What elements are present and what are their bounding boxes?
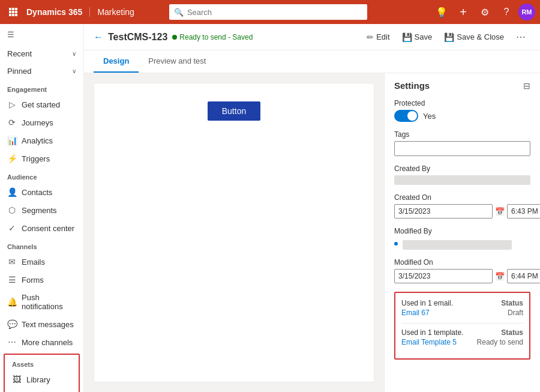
user-avatar[interactable]: RM	[518, 4, 535, 20]
consent-icon: ✓	[7, 223, 17, 233]
sidebar-item-get-started[interactable]: ▷ Get started	[0, 95, 83, 113]
email-usage-text: Used in 1 email.	[401, 299, 453, 307]
modified-date-input[interactable]	[394, 269, 493, 283]
analytics-icon: 📊	[7, 136, 17, 145]
brand-name[interactable]: Dynamics 365	[26, 7, 90, 17]
created-date-input[interactable]	[394, 204, 493, 219]
email-status-label: Status	[501, 299, 523, 307]
toggle-knob	[407, 111, 417, 121]
modified-by-accent-dot	[394, 242, 398, 246]
sidebar-item-pinned[interactable]: Pinned ∨	[0, 62, 83, 80]
save-button[interactable]: 💾 Save	[397, 30, 437, 44]
settings-icon[interactable]: ⚙	[475, 2, 494, 22]
lightbulb-icon[interactable]: 💡	[432, 2, 451, 22]
sidebar-item-recent[interactable]: Recent ∨	[0, 45, 83, 62]
sidebar-item-more-channels[interactable]: ⋯ More channels	[0, 333, 83, 351]
tab-preview-test[interactable]: Preview and test	[139, 50, 215, 73]
sidebar-item-analytics[interactable]: 📊 Analytics	[0, 131, 83, 149]
protected-toggle[interactable]	[394, 110, 418, 122]
more-actions-button[interactable]: ⋯	[511, 29, 530, 45]
settings-collapse-button[interactable]: ⊟	[523, 81, 530, 91]
search-input[interactable]	[187, 8, 362, 17]
sidebar-item-forms[interactable]: ☰ Forms	[0, 271, 83, 289]
svg-rect-3	[9, 11, 11, 13]
tags-field: Tags	[394, 130, 530, 156]
plus-icon[interactable]: +	[454, 2, 473, 22]
created-date-calendar-icon[interactable]: 📅	[495, 207, 505, 216]
tab-design[interactable]: Design	[94, 50, 139, 73]
main-content: ← TestCMS-123 Ready to send - Saved ✏ Ed…	[84, 24, 540, 392]
nav-icons: 💡 + ⚙ ? RM	[432, 2, 535, 22]
template-usage-text: Used in 1 template.	[401, 328, 463, 337]
created-on-row: 📅 🕐	[394, 204, 530, 219]
sidebar-item-emails[interactable]: ✉ Emails	[0, 253, 83, 271]
waffle-menu[interactable]	[5, 4, 22, 20]
svg-rect-8	[15, 14, 17, 16]
help-icon[interactable]: ?	[497, 2, 516, 22]
template-usage-link[interactable]: Email Template 5	[401, 338, 457, 346]
more-channels-icon: ⋯	[7, 337, 17, 347]
svg-rect-1	[12, 8, 14, 10]
record-title: TestCMS-123	[108, 32, 167, 43]
tags-input[interactable]	[394, 141, 530, 156]
settings-panel: Settings ⊟ Protected Yes Tags	[384, 73, 540, 392]
search-bar[interactable]: 🔍	[169, 4, 367, 20]
svg-rect-6	[9, 14, 11, 16]
sidebar-item-consent-center[interactable]: ✓ Consent center	[0, 219, 83, 237]
tabs: Design Preview and test	[84, 50, 540, 73]
sidebar-item-contacts[interactable]: 👤 Contacts	[0, 183, 83, 201]
triggers-icon: ⚡	[7, 154, 17, 163]
sidebar-item-templates[interactable]: 📄 Templates	[5, 388, 79, 392]
settings-title: Settings	[394, 80, 430, 91]
pinned-arrow-icon: ∨	[72, 68, 76, 74]
push-icon: 🔔	[7, 297, 17, 307]
sidebar-menu-icon[interactable]: ☰	[0, 24, 83, 45]
sidebar-item-triggers[interactable]: ⚡ Triggers	[0, 149, 83, 167]
email-usage-row: Used in 1 email. Status Email 67 Draft	[401, 299, 523, 317]
protected-label: Protected	[394, 99, 530, 107]
canvas-area: Button	[84, 73, 384, 392]
created-time-input[interactable]	[507, 204, 540, 219]
edit-button[interactable]: ✏ Edit	[362, 30, 394, 44]
sidebar-item-push-notifications[interactable]: 🔔 Push notifications	[0, 289, 83, 315]
modified-date-calendar-icon[interactable]: 📅	[495, 272, 505, 281]
back-button[interactable]: ←	[94, 32, 103, 43]
usage-divider	[401, 323, 523, 324]
search-icon: 🔍	[174, 8, 184, 17]
email-usage-header: Used in 1 email. Status	[401, 299, 523, 307]
template-status-label: Status	[501, 328, 523, 337]
get-started-icon: ▷	[7, 100, 17, 109]
svg-rect-7	[12, 14, 14, 16]
emails-icon: ✉	[7, 257, 17, 267]
modified-by-value	[403, 240, 512, 250]
sidebar-item-library[interactable]: 🖼 Library	[5, 370, 79, 388]
sidebar: ☰ Recent ∨ Pinned ∨ Engagement ▷ Get sta…	[0, 24, 84, 392]
engagement-section-label: Engagement	[0, 80, 83, 95]
template-usage-header: Used in 1 template. Status	[401, 328, 523, 337]
forms-icon: ☰	[7, 275, 17, 285]
email-usage-link[interactable]: Email 67	[401, 309, 430, 317]
contacts-icon: 👤	[7, 187, 17, 197]
sidebar-item-segments[interactable]: ⬡ Segments	[0, 201, 83, 219]
status-dot	[172, 35, 177, 40]
modified-time-input[interactable]	[507, 269, 540, 283]
sidebar-item-text-messages[interactable]: 💬 Text messages	[0, 315, 83, 333]
module-name: Marketing	[95, 7, 134, 17]
canvas-frame: Button	[94, 83, 374, 382]
modified-on-row: 📅 🕐	[394, 269, 530, 283]
created-on-field: Created On 📅 🕐	[394, 193, 530, 219]
save-close-button[interactable]: 💾 Save & Close	[439, 30, 509, 44]
svg-rect-5	[15, 11, 17, 13]
template-usage-row: Used in 1 template. Status Email Templat…	[401, 328, 523, 346]
status-badge: Ready to send - Saved	[172, 33, 253, 41]
canvas-button[interactable]: Button	[208, 101, 260, 121]
channels-section-label: Channels	[0, 237, 83, 253]
save-icon: 💾	[402, 32, 412, 42]
assets-highlighted-section: Assets 🖼 Library 📄 Templates ⚙ Content b…	[4, 354, 80, 392]
edit-icon: ✏	[367, 32, 374, 42]
sidebar-item-journeys[interactable]: ⟳ Journeys	[0, 113, 83, 131]
modified-by-label: Modified By	[394, 227, 530, 235]
top-navigation: Dynamics 365 Marketing 🔍 💡 + ⚙ ? RM	[0, 0, 540, 24]
tags-label: Tags	[394, 130, 530, 139]
protected-toggle-row: Yes	[394, 110, 530, 122]
